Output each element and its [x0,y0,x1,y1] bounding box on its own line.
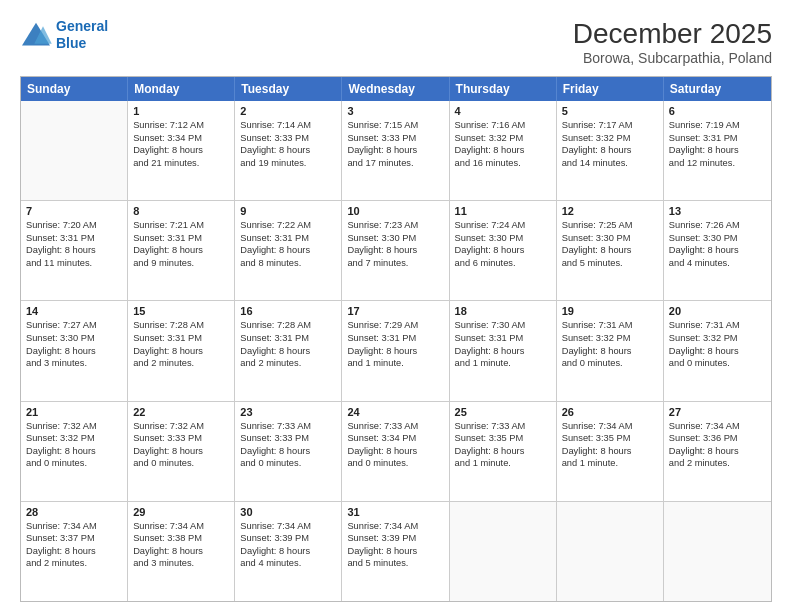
cell-info-line: and 14 minutes. [562,157,658,170]
calendar-cell: 24Sunrise: 7:33 AMSunset: 3:34 PMDayligh… [342,402,449,501]
cell-info-line: Daylight: 8 hours [240,144,336,157]
cell-info-line: Daylight: 8 hours [26,545,122,558]
cell-info-line: and 2 minutes. [669,457,766,470]
cell-info-line: and 0 minutes. [669,357,766,370]
cell-info-line: Sunrise: 7:33 AM [240,420,336,433]
cell-info-line: Daylight: 8 hours [240,244,336,257]
day-number: 25 [455,406,551,418]
calendar-cell: 2Sunrise: 7:14 AMSunset: 3:33 PMDaylight… [235,101,342,200]
cell-info-line: and 2 minutes. [26,557,122,570]
logo: General Blue [20,18,108,52]
cell-info-line: Sunrise: 7:14 AM [240,119,336,132]
cell-info-line: Sunset: 3:38 PM [133,532,229,545]
cell-info-line: Sunset: 3:34 PM [347,432,443,445]
cell-info-line: and 2 minutes. [240,357,336,370]
day-number: 18 [455,305,551,317]
day-number: 8 [133,205,229,217]
cell-info-line: Sunrise: 7:34 AM [669,420,766,433]
cell-info-line: Sunset: 3:31 PM [240,332,336,345]
logo-line1: General [56,18,108,34]
cell-info-line: Daylight: 8 hours [562,144,658,157]
cell-info-line: Sunrise: 7:20 AM [26,219,122,232]
weekday-header: Wednesday [342,77,449,101]
calendar-cell: 18Sunrise: 7:30 AMSunset: 3:31 PMDayligh… [450,301,557,400]
cell-info-line: Sunset: 3:30 PM [347,232,443,245]
cell-info-line: Daylight: 8 hours [455,144,551,157]
cell-info-line: Sunset: 3:32 PM [455,132,551,145]
cell-info-line: Sunset: 3:32 PM [562,332,658,345]
cell-info-line: Daylight: 8 hours [455,345,551,358]
cell-info-line: Sunrise: 7:19 AM [669,119,766,132]
cell-info-line: and 0 minutes. [133,457,229,470]
cell-info-line: Sunrise: 7:27 AM [26,319,122,332]
cell-info-line: Sunset: 3:33 PM [240,132,336,145]
cell-info-line: and 1 minute. [455,457,551,470]
cell-info-line: Daylight: 8 hours [455,244,551,257]
calendar-cell: 14Sunrise: 7:27 AMSunset: 3:30 PMDayligh… [21,301,128,400]
day-number: 31 [347,506,443,518]
cell-info-line: and 4 minutes. [669,257,766,270]
cell-info-line: Sunset: 3:35 PM [455,432,551,445]
calendar-cell: 17Sunrise: 7:29 AMSunset: 3:31 PMDayligh… [342,301,449,400]
cell-info-line: and 17 minutes. [347,157,443,170]
day-number: 17 [347,305,443,317]
day-number: 9 [240,205,336,217]
cell-info-line: Daylight: 8 hours [347,345,443,358]
cell-info-line: and 19 minutes. [240,157,336,170]
day-number: 19 [562,305,658,317]
cell-info-line: Sunrise: 7:28 AM [133,319,229,332]
cell-info-line: Sunrise: 7:32 AM [26,420,122,433]
cell-info-line: Sunrise: 7:26 AM [669,219,766,232]
cell-info-line: Sunset: 3:31 PM [347,332,443,345]
calendar-cell: 8Sunrise: 7:21 AMSunset: 3:31 PMDaylight… [128,201,235,300]
calendar-cell: 3Sunrise: 7:15 AMSunset: 3:33 PMDaylight… [342,101,449,200]
cell-info-line: Daylight: 8 hours [669,244,766,257]
calendar-cell: 27Sunrise: 7:34 AMSunset: 3:36 PMDayligh… [664,402,771,501]
cell-info-line: Sunset: 3:33 PM [240,432,336,445]
day-number: 10 [347,205,443,217]
calendar-header: SundayMondayTuesdayWednesdayThursdayFrid… [21,77,771,101]
cell-info-line: Daylight: 8 hours [133,144,229,157]
calendar-row: 28Sunrise: 7:34 AMSunset: 3:37 PMDayligh… [21,502,771,601]
cell-info-line: and 0 minutes. [26,457,122,470]
weekday-header: Monday [128,77,235,101]
calendar-row: 7Sunrise: 7:20 AMSunset: 3:31 PMDaylight… [21,201,771,301]
weekday-header: Tuesday [235,77,342,101]
calendar-cell: 23Sunrise: 7:33 AMSunset: 3:33 PMDayligh… [235,402,342,501]
day-number: 29 [133,506,229,518]
cell-info-line: Sunrise: 7:34 AM [133,520,229,533]
cell-info-line: Daylight: 8 hours [562,345,658,358]
cell-info-line: Sunset: 3:31 PM [669,132,766,145]
calendar-cell: 5Sunrise: 7:17 AMSunset: 3:32 PMDaylight… [557,101,664,200]
day-number: 21 [26,406,122,418]
cell-info-line: Daylight: 8 hours [240,545,336,558]
day-number: 26 [562,406,658,418]
cell-info-line: and 4 minutes. [240,557,336,570]
calendar-cell: 16Sunrise: 7:28 AMSunset: 3:31 PMDayligh… [235,301,342,400]
day-number: 20 [669,305,766,317]
cell-info-line: Daylight: 8 hours [26,445,122,458]
cell-info-line: Sunrise: 7:31 AM [562,319,658,332]
calendar-cell: 29Sunrise: 7:34 AMSunset: 3:38 PMDayligh… [128,502,235,601]
weekday-header: Saturday [664,77,771,101]
cell-info-line: Sunrise: 7:32 AM [133,420,229,433]
calendar-cell: 13Sunrise: 7:26 AMSunset: 3:30 PMDayligh… [664,201,771,300]
day-number: 30 [240,506,336,518]
calendar-cell: 31Sunrise: 7:34 AMSunset: 3:39 PMDayligh… [342,502,449,601]
cell-info-line: and 0 minutes. [347,457,443,470]
cell-info-line: Daylight: 8 hours [240,445,336,458]
calendar: SundayMondayTuesdayWednesdayThursdayFrid… [20,76,772,602]
day-number: 2 [240,105,336,117]
cell-info-line: Sunrise: 7:17 AM [562,119,658,132]
calendar-body: 1Sunrise: 7:12 AMSunset: 3:34 PMDaylight… [21,101,771,601]
cell-info-line: Sunrise: 7:34 AM [26,520,122,533]
cell-info-line: Sunset: 3:30 PM [455,232,551,245]
cell-info-line: Daylight: 8 hours [669,445,766,458]
cell-info-line: Sunset: 3:32 PM [562,132,658,145]
cell-info-line: Daylight: 8 hours [133,244,229,257]
calendar-cell: 9Sunrise: 7:22 AMSunset: 3:31 PMDaylight… [235,201,342,300]
calendar-cell: 30Sunrise: 7:34 AMSunset: 3:39 PMDayligh… [235,502,342,601]
cell-info-line: Sunrise: 7:34 AM [240,520,336,533]
day-number: 3 [347,105,443,117]
cell-info-line: Sunrise: 7:34 AM [562,420,658,433]
